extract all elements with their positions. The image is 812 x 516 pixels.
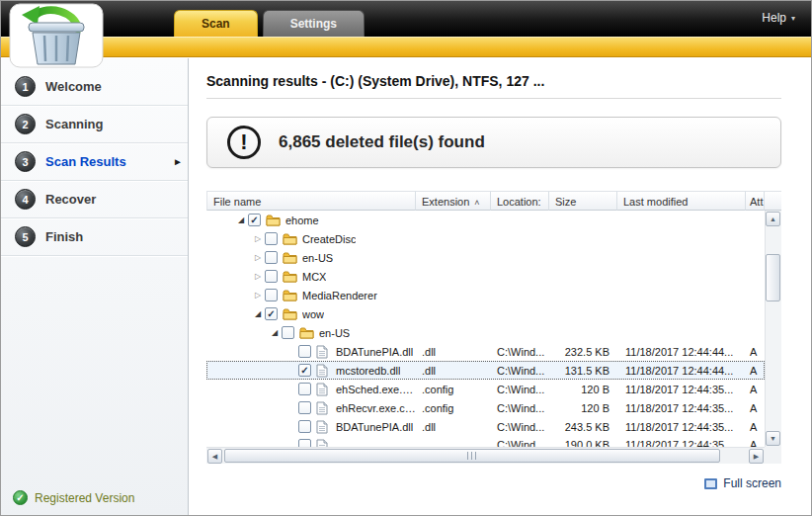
column-header-attributes[interactable]: Att <box>746 191 765 211</box>
column-header-size[interactable]: Size <box>549 191 617 211</box>
expander-expanded-icon[interactable]: ◢ <box>268 326 282 339</box>
folder-icon <box>283 289 297 302</box>
cell-extension: .dll <box>416 365 491 377</box>
horizontal-scrollbar-thumb[interactable] <box>224 449 720 463</box>
cell-extension: .dll <box>416 346 491 358</box>
file-name: BDATunePIA.dll <box>336 346 413 358</box>
scroll-down-button[interactable]: ▼ <box>766 431 780 446</box>
column-header-file-name[interactable]: File name <box>206 191 416 211</box>
registered-check-icon: ✓ <box>13 490 28 505</box>
folder-name: CreateDisc <box>302 233 356 245</box>
scrollbar-corner <box>765 447 781 464</box>
row-checkbox[interactable] <box>265 232 278 245</box>
row-checkbox[interactable] <box>298 401 311 414</box>
cell-extension: .dll <box>416 421 491 433</box>
tree-row[interactable]: ◢en-US <box>206 323 765 342</box>
tree-row[interactable]: C:\Wind...190.0 KB11/18/2017 12:44:35...… <box>206 436 765 447</box>
tree-row[interactable]: ehRecvr.exe.config.configC:\Wind...120 B… <box>206 398 765 417</box>
sidebar-item-finish[interactable]: 5 Finish <box>1 218 188 256</box>
main-content: Scanning results - (C:) (System Drive), … <box>189 58 811 515</box>
scroll-up-button[interactable]: ▲ <box>766 212 780 226</box>
expander-collapsed-icon[interactable]: ▷ <box>251 251 265 264</box>
row-checkbox[interactable] <box>265 270 278 283</box>
tree-row[interactable]: ◢✓ehome <box>206 211 765 229</box>
app-window: Scan Settings Help ▾ <box>0 0 812 516</box>
sidebar-item-scanning[interactable]: 2 Scanning <box>1 106 188 143</box>
row-checkbox[interactable] <box>298 383 311 395</box>
tree-row[interactable]: ◢✓wow <box>206 304 765 323</box>
tree-row[interactable]: ▷en-US <box>206 248 765 267</box>
sort-asc-icon: ˄ <box>474 198 479 208</box>
sidebar-item-recover[interactable]: 4 Recover <box>1 181 188 218</box>
row-checkbox[interactable] <box>298 345 311 358</box>
tab-settings[interactable]: Settings <box>263 10 365 37</box>
sidebar: 1 Welcome 2 Scanning 3 Scan Results ► 4 … <box>1 58 189 515</box>
file-name: BDATunePIA.dll <box>336 421 413 433</box>
scroll-right-button[interactable]: ▶ <box>749 449 764 464</box>
cell-attributes: A <box>746 421 765 433</box>
step-number-badge: 4 <box>15 189 36 210</box>
expander-collapsed-icon[interactable]: ▷ <box>251 232 265 245</box>
results-table: File name Extension˄ Location: Size Last… <box>206 191 781 464</box>
cell-attributes: A <box>746 346 765 358</box>
help-menu[interactable]: Help ▾ <box>762 11 795 25</box>
cell-last-modified: 11/18/2017 12:44:44... <box>617 365 746 377</box>
tree-row[interactable]: ▷MediaRenderer <box>206 286 765 304</box>
row-checkbox[interactable] <box>265 251 278 264</box>
horizontal-scrollbar[interactable]: ◀ ▶ <box>206 447 765 464</box>
sidebar-item-label: Welcome <box>45 79 102 94</box>
active-step-arrow-icon: ► <box>173 156 183 167</box>
tree-row[interactable]: ▷MCX <box>206 267 765 286</box>
tree-row[interactable]: BDATunePIA.dll.dllC:\Wind...232.5 KB11/1… <box>206 342 765 361</box>
tree-row[interactable]: ✓mcstoredb.dll.dllC:\Wind...131.5 KB11/1… <box>206 361 765 380</box>
sidebar-item-label: Recover <box>45 192 96 207</box>
title-divider <box>206 98 781 99</box>
row-checkbox[interactable]: ✓ <box>298 364 311 377</box>
file-icon <box>316 439 331 447</box>
sidebar-item-welcome[interactable]: 1 Welcome <box>1 68 188 106</box>
row-checkbox[interactable] <box>298 439 311 447</box>
cell-size: 120 B <box>549 402 617 414</box>
vertical-scrollbar[interactable]: ▲ ▼ <box>765 211 781 447</box>
column-header-last-modified[interactable]: Last modified <box>617 191 746 211</box>
expander-collapsed-icon[interactable]: ▷ <box>251 289 265 301</box>
expander-expanded-icon[interactable]: ◢ <box>251 307 265 320</box>
cell-size: 120 B <box>549 384 617 395</box>
full-screen-control[interactable]: Full screen <box>206 476 781 490</box>
tree-row[interactable]: BDATunePIA.dll.dllC:\Wind...243.5 KB11/1… <box>206 417 765 436</box>
file-icon <box>316 345 331 359</box>
vertical-scrollbar-thumb[interactable] <box>766 254 780 301</box>
row-checkbox[interactable] <box>282 326 294 339</box>
results-summary-banner: ! 6,865 deleted file(s) found <box>206 117 781 168</box>
tab-scan[interactable]: Scan <box>174 10 258 37</box>
row-checkbox[interactable]: ✓ <box>248 214 261 226</box>
row-checkbox[interactable] <box>265 289 278 301</box>
step-number-badge: 5 <box>15 226 36 247</box>
row-checkbox[interactable]: ✓ <box>265 307 278 320</box>
expander-expanded-icon[interactable]: ◢ <box>234 214 248 226</box>
expander-collapsed-icon[interactable]: ▷ <box>251 270 265 283</box>
tree-row[interactable]: ehSched.exe.config.configC:\Wind...120 B… <box>206 380 765 398</box>
cell-last-modified: 11/18/2017 12:44:44... <box>617 346 746 358</box>
cell-size: 131.5 KB <box>549 365 617 377</box>
sidebar-item-label: Scanning <box>45 117 104 131</box>
step-number-badge: 2 <box>15 114 36 134</box>
cell-location: C:\Wind... <box>491 365 549 377</box>
cell-location: C:\Wind... <box>491 421 549 433</box>
tree-row[interactable]: ▷CreateDisc <box>206 229 765 248</box>
cell-extension: .config <box>416 402 491 414</box>
column-header-filler <box>765 191 781 211</box>
cell-last-modified: 11/18/2017 12:44:35... <box>617 421 746 433</box>
app-logo <box>9 3 104 68</box>
sidebar-item-scan-results[interactable]: 3 Scan Results ► <box>1 143 188 181</box>
folder-icon <box>283 307 297 321</box>
scroll-left-button[interactable]: ◀ <box>207 449 222 464</box>
cell-extension: .config <box>416 384 491 395</box>
cell-location: C:\Wind... <box>491 384 549 395</box>
column-header-location[interactable]: Location: <box>491 191 549 211</box>
row-checkbox[interactable] <box>298 420 311 433</box>
folder-icon <box>266 214 281 227</box>
column-header-extension[interactable]: Extension˄ <box>416 191 491 211</box>
folder-name: en-US <box>319 327 350 339</box>
file-icon <box>316 364 331 378</box>
